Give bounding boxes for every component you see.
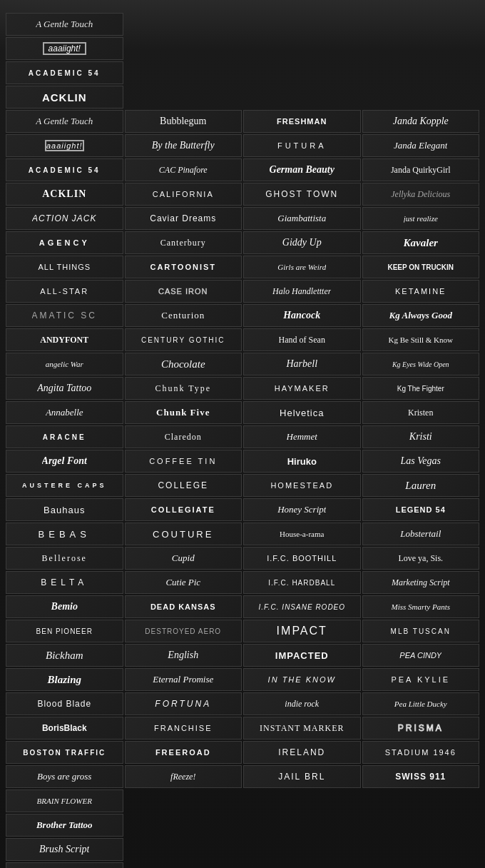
font-cell-r29-c0: Brother Tattoo [6, 814, 123, 837]
font-cell-r19-c1: Cutie Pic [125, 571, 242, 594]
font-cell-r22-c3: PEA CINDY [362, 644, 480, 667]
font-cell-r8-c1: Centurion [125, 304, 242, 327]
font-cell-r30-c1 [125, 838, 242, 861]
font-cell-r7-c0: ALL-STAR [6, 280, 123, 303]
font-cell-empty4 [125, 37, 242, 60]
font-cell-r27-c1: fReeze! [125, 765, 242, 788]
font-cell-r30-c0: Brush Script [6, 838, 123, 861]
font-cell-r6-c3: Keep on Truckin [362, 256, 480, 278]
font-cell-r17-c1: COUTURE [125, 523, 242, 545]
font-cell-r0-c2: FRESHMAN [243, 110, 361, 133]
font-cell-r4-c3: just realize [362, 207, 480, 230]
font-cell-r1-c0: aaaiight! [6, 134, 123, 157]
font-cell-empty2 [243, 13, 361, 36]
font-cell-r5-c1: Canterbury [125, 231, 242, 254]
font-cell-r10-c0: angelic War [6, 353, 123, 375]
font-cell-r19-c2: I.F.C. HARDBALL [243, 571, 361, 594]
font-cell-r16-c0: Bauhaus [6, 498, 123, 521]
font-cell-r8-c2: Hancock [243, 304, 361, 327]
font-cell-r2-c3: Janda QuirkyGirl [362, 158, 480, 181]
font-cell-r16-c3: LEGEND 54 [362, 498, 480, 521]
font-cell-r26-c0: BOSTON TRAFFIC [6, 741, 123, 764]
font-cell-r20-c1: DEAD KANSAS [125, 595, 242, 618]
font-cell-r6-c2: Girls are Weird [243, 256, 361, 278]
font-cell-r31-c1 [125, 862, 242, 868]
font-cell-r25-c2: INSTANT MARKER [243, 717, 361, 740]
font-cell-r28-c3 [362, 789, 480, 812]
font-cell-r13-c1: Claredon [125, 425, 242, 448]
font-cell-r1-c1: By the Butterfly [125, 134, 242, 157]
font-cell-r5-c0: AGENCY [6, 231, 123, 254]
font-cell-r30-c3 [362, 838, 480, 861]
font-cell-r1-c2: FUTURA [243, 134, 361, 157]
font-cell-r27-c2: JAIL BRL [243, 765, 361, 788]
font-cell-r3-c2: GHOST TOWN [243, 183, 361, 206]
font-cell-empty12 [362, 86, 480, 108]
font-cell-r1-c3: Janda Elegant [362, 134, 480, 157]
font-cell-r15-c1: COLLEGE [125, 474, 242, 497]
font-cell-r14-c1: COFFEE TIN [125, 450, 242, 473]
font-cell-r20-c2: I.F.C. INSANE RODEO [243, 595, 361, 618]
font-cell-r13-c0: ARACNE [6, 425, 123, 448]
font-cell-r15-c2: HOMESTEAD [243, 474, 361, 497]
font-cell-r12-c0: Annabelle [6, 401, 123, 424]
font-cell-empty3 [362, 13, 480, 36]
page: A Gentle Touch aaaiight! ACADEMIC 54 ACK… [0, 0, 485, 868]
font-cell-academic: ACADEMIC 54 [6, 61, 123, 84]
font-cell-r3-c3: Jellyka Delicious [362, 183, 480, 206]
font-cell-r29-c3 [362, 814, 480, 837]
font-cell-r8-c3: Kg Always Good [362, 304, 480, 327]
font-cell-r9-c2: Hand of Sean [243, 328, 361, 351]
font-cell-r23-c3: PEA KYLIE [362, 668, 480, 691]
font-cell-r13-c2: Hemmet [243, 425, 361, 448]
font-cell-r21-c0: BEN PIONEER [6, 620, 123, 642]
font-cell-r14-c3: Las Vegas [362, 450, 480, 473]
font-cell-r16-c2: Honey Script [243, 498, 361, 521]
font-cell-r17-c3: Lobstertail [362, 523, 480, 545]
font-cell-r0-c0: A Gentle Touch [6, 110, 123, 133]
font-cell-r9-c1: CENTURY GOTHIC [125, 328, 242, 351]
font-cell-r6-c0: ALL THINGS [6, 256, 123, 278]
font-cell-r19-c0: BELTA [6, 571, 123, 594]
font-cell-r18-c3: Love ya, Sis. [362, 547, 480, 570]
font-cell-r3-c1: CALIFORNIA [125, 183, 242, 206]
font-cell-r17-c0: BEBAS [6, 523, 123, 545]
font-cell-r31-c0: Brush tip [6, 862, 123, 868]
font-cell-empty5 [243, 37, 361, 60]
font-cell-r12-c1: Chunk Five [125, 401, 242, 424]
font-cell-r24-c0: Blood Blade [6, 692, 123, 715]
font-cell-r29-c1 [125, 814, 242, 837]
font-cell-r12-c2: Helvetica [243, 401, 361, 424]
header [6, 6, 479, 9]
font-cell-r25-c3: PRISMA [362, 717, 480, 740]
font-cell-r5-c3: Kavaler [362, 231, 480, 254]
font-cell-r25-c1: FRANCHISE [125, 717, 242, 740]
font-cell-r31-c3 [362, 862, 480, 868]
font-cell-r11-c0: Angita Tattoo [6, 377, 123, 400]
font-cell-empty7 [125, 61, 242, 84]
font-cell-r19-c3: Marketing Script [362, 571, 480, 594]
font-cell-empty9 [362, 61, 480, 84]
font-cell-aaaiight: aaaiight! [6, 37, 123, 60]
font-cell-r15-c0: AUSTERE CAPS [6, 474, 123, 497]
font-cell-r0-c1: Bubblegum [125, 110, 242, 133]
font-cell-r15-c3: Lauren [362, 474, 480, 497]
font-cell-r23-c1: Eternal Promise [125, 668, 242, 691]
font-cell-r25-c0: BorisBlack [6, 717, 123, 740]
font-cell-r12-c3: Kristen [362, 401, 480, 424]
font-cell-r11-c3: Kg The Fighter [362, 377, 480, 400]
font-cell-r4-c2: Giambattista [243, 207, 361, 230]
font-cell-r26-c2: IRELAND [243, 741, 361, 764]
font-cell-r8-c0: AMATIC SC [6, 304, 123, 327]
font-cell-r11-c2: HAYMAKER [243, 377, 361, 400]
font-cell-r18-c0: Bellerose [6, 547, 123, 570]
font-cell-r6-c1: CARTOONIST [125, 256, 242, 278]
font-cell-r11-c1: Chunk Type [125, 377, 242, 400]
font-cell-r31-c2 [243, 862, 361, 868]
font-cell-r22-c1: English [125, 644, 242, 667]
font-cell-r28-c0: BRAIN FLOWER [6, 789, 123, 812]
font-cell-r7-c1: CASE IRON [125, 280, 242, 303]
font-cell-empty6 [362, 37, 480, 60]
font-cell-r14-c0: Argel Font [6, 450, 123, 473]
font-cell-r3-c0: ACKLIN [6, 183, 123, 206]
